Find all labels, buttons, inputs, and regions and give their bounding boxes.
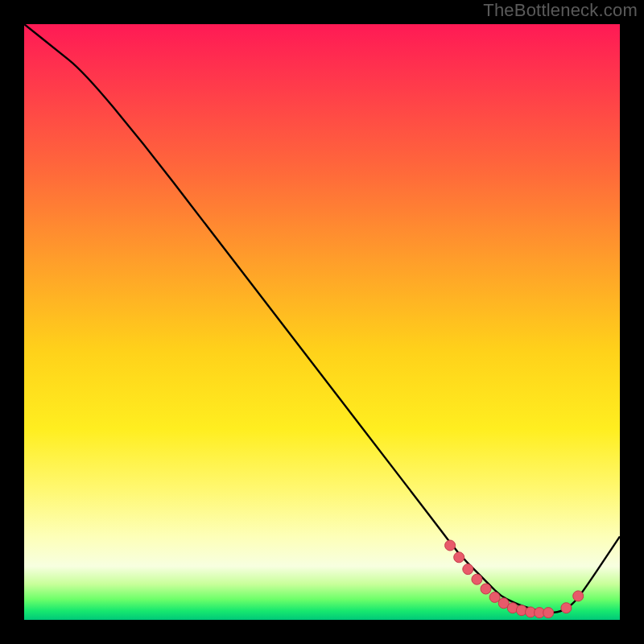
data-marker	[454, 552, 464, 563]
data-marker	[445, 540, 456, 551]
data-marker	[489, 592, 500, 602]
data-marker	[472, 574, 482, 584]
data-marker	[543, 608, 554, 618]
data-marker	[561, 603, 572, 613]
data-markers	[445, 540, 584, 618]
chart-overlay	[24, 24, 620, 620]
data-marker	[463, 564, 473, 575]
chart-frame: TheBottleneck.com	[0, 0, 644, 644]
data-marker	[573, 591, 584, 601]
curve-line	[24, 24, 620, 613]
data-marker	[481, 584, 491, 594]
watermark-text: TheBottleneck.com	[483, 0, 638, 21]
